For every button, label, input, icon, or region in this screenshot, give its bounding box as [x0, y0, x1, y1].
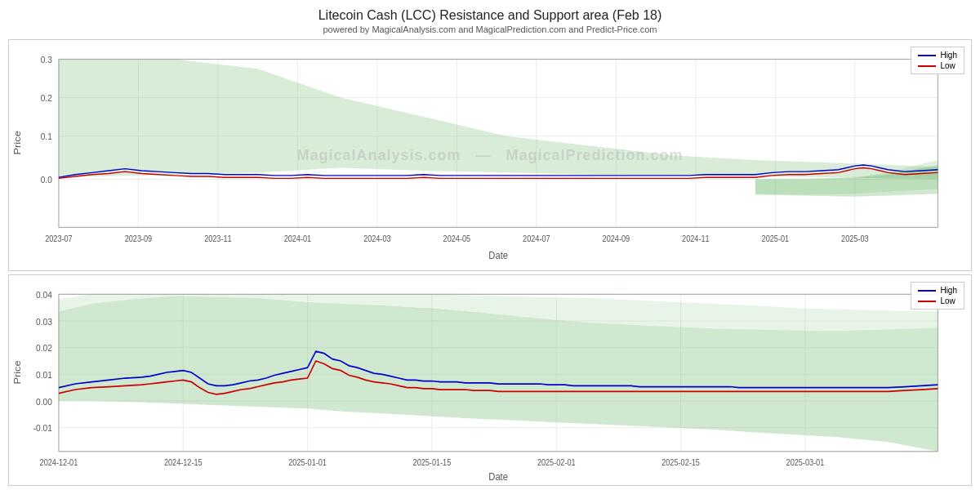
- high-line-icon: [918, 55, 936, 56]
- svg-text:-0.01: -0.01: [33, 423, 52, 434]
- svg-text:2023-11: 2023-11: [204, 234, 232, 243]
- svg-text:2024-09: 2024-09: [603, 234, 630, 243]
- svg-text:0.2: 0.2: [41, 93, 52, 104]
- page-wrapper: Litecoin Cash (LCC) Resistance and Suppo…: [0, 0, 980, 490]
- svg-text:0.03: 0.03: [36, 316, 52, 327]
- svg-text:Price: Price: [12, 131, 23, 155]
- chart2-svg: 0.04 0.03 0.02 0.01 0.00 -0.01 2024-12-0…: [9, 275, 971, 485]
- main-title: Litecoin Cash (LCC) Resistance and Suppo…: [318, 8, 662, 23]
- chart1-legend: High Low: [911, 47, 964, 74]
- svg-text:2023-07: 2023-07: [45, 234, 72, 243]
- svg-text:2025-01-15: 2025-01-15: [413, 458, 452, 468]
- svg-text:0.1: 0.1: [41, 131, 52, 142]
- high2-label: High: [940, 286, 957, 295]
- svg-text:0.00: 0.00: [36, 396, 52, 407]
- chart2-legend: High Low: [911, 282, 964, 310]
- low-label: Low: [940, 61, 955, 70]
- subtitle: powered by MagicalAnalysis.com and Magic…: [323, 24, 657, 34]
- svg-text:0.0: 0.0: [41, 175, 52, 185]
- legend-item-high: High: [918, 51, 957, 60]
- svg-text:0.02: 0.02: [36, 343, 52, 354]
- svg-text:2024-07: 2024-07: [523, 234, 550, 243]
- low2-line-icon: [918, 301, 936, 302]
- svg-text:2024-01: 2024-01: [284, 234, 312, 243]
- charts-container: MagicalAnalysis.com — MagicalPrediction.…: [0, 39, 980, 486]
- svg-text:2025-02-15: 2025-02-15: [662, 458, 700, 468]
- legend2-item-high: High: [918, 286, 957, 295]
- svg-text:2024-11: 2024-11: [682, 234, 710, 243]
- svg-text:2024-03: 2024-03: [363, 234, 391, 243]
- svg-text:2025-02-01: 2025-02-01: [537, 458, 576, 468]
- svg-text:2025-03: 2025-03: [841, 234, 869, 243]
- high-label: High: [940, 51, 957, 60]
- svg-text:2024-05: 2024-05: [443, 234, 471, 243]
- svg-text:2024-12-01: 2024-12-01: [40, 458, 78, 468]
- svg-text:2025-03-01: 2025-03-01: [786, 458, 825, 468]
- svg-text:2023-09: 2023-09: [125, 234, 153, 243]
- svg-text:0.3: 0.3: [41, 55, 52, 65]
- high2-line-icon: [918, 290, 936, 292]
- low2-label: Low: [940, 296, 955, 305]
- chart1-wrapper: MagicalAnalysis.com — MagicalPrediction.…: [8, 39, 972, 271]
- svg-text:Date: Date: [488, 249, 508, 261]
- svg-text:Price: Price: [12, 360, 23, 385]
- chart1-svg: 0.3 0.2 0.1 0.0 2023-07 2023-09 2023-11 …: [9, 40, 971, 270]
- svg-text:2025-01: 2025-01: [762, 234, 790, 243]
- low-line-icon: [918, 65, 936, 67]
- svg-text:2024-12-15: 2024-12-15: [164, 458, 203, 468]
- chart2-wrapper: 0.04 0.03 0.02 0.01 0.00 -0.01 2024-12-0…: [8, 274, 972, 486]
- svg-text:Date: Date: [488, 470, 508, 483]
- legend2-item-low: Low: [918, 296, 957, 305]
- svg-text:0.01: 0.01: [36, 370, 52, 381]
- legend-item-low: Low: [918, 61, 957, 70]
- svg-text:2025-01-01: 2025-01-01: [288, 458, 327, 468]
- svg-text:0.04: 0.04: [36, 290, 52, 301]
